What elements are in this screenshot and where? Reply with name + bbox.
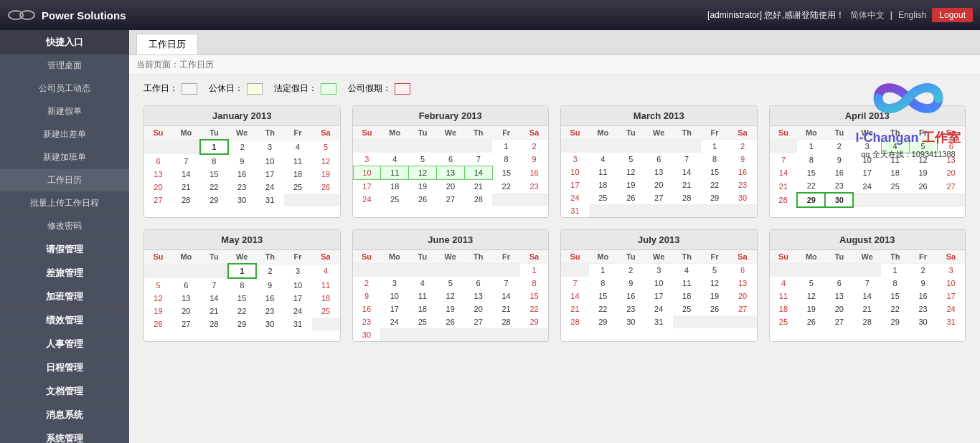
cal-day-1-1-6[interactable]: 9 (520, 153, 548, 166)
cal-day-6-4-6[interactable] (729, 315, 757, 328)
sidebar-item-0[interactable]: 管理桌面 (0, 54, 129, 77)
cal-day-4-4-5[interactable]: 31 (284, 318, 312, 330)
cal-day-1-1-5[interactable]: 8 (492, 153, 520, 166)
cal-day-2-5-5[interactable] (701, 204, 729, 217)
cal-day-7-1-2[interactable]: 6 (825, 277, 853, 290)
cal-day-6-1-2[interactable]: 9 (617, 277, 645, 290)
cal-day-4-0-0[interactable] (144, 264, 172, 278)
cal-day-7-3-0[interactable]: 18 (770, 303, 798, 315)
cal-day-5-5-2[interactable] (408, 328, 436, 341)
sidebar-item-2[interactable]: 新建假单 (0, 100, 129, 123)
cal-day-4-4-2[interactable]: 28 (200, 318, 228, 330)
cal-day-4-3-0[interactable]: 19 (144, 305, 172, 318)
tab-work-calendar[interactable]: 工作日历 (136, 34, 198, 54)
cal-day-6-3-2[interactable]: 23 (617, 303, 645, 315)
cal-day-4-2-0[interactable]: 12 (144, 292, 172, 305)
cal-day-6-2-0[interactable]: 14 (561, 290, 589, 303)
cal-day-0-0-0[interactable] (144, 140, 172, 154)
cal-day-0-4-3[interactable]: 30 (228, 194, 256, 206)
cal-day-7-0-2[interactable] (825, 264, 853, 277)
cal-day-4-0-6[interactable]: 4 (312, 264, 340, 278)
cal-day-7-2-1[interactable]: 12 (797, 290, 825, 303)
cal-day-7-1-3[interactable]: 7 (853, 277, 881, 290)
cal-day-2-1-0[interactable]: 3 (561, 153, 589, 166)
cal-day-7-0-0[interactable] (770, 264, 798, 277)
cal-day-4-1-1[interactable]: 6 (172, 278, 200, 292)
sidebar-item-15[interactable]: 消息系统 (0, 404, 129, 427)
cal-day-6-2-3[interactable]: 17 (645, 290, 673, 303)
cal-day-6-4-1[interactable]: 29 (589, 315, 617, 328)
cal-day-2-0-6[interactable]: 2 (729, 140, 757, 153)
cal-day-1-1-4[interactable]: 7 (464, 153, 492, 166)
cal-day-7-3-6[interactable]: 24 (937, 303, 965, 315)
cal-day-5-1-5[interactable]: 7 (492, 277, 520, 290)
cal-day-0-2-5[interactable]: 18 (284, 168, 312, 181)
cal-day-1-2-1[interactable]: 11 (381, 166, 409, 180)
cal-day-6-4-5[interactable] (701, 315, 729, 328)
cal-day-7-2-4[interactable]: 15 (881, 290, 909, 303)
cal-day-1-2-3[interactable]: 13 (437, 166, 465, 180)
cal-day-1-3-0[interactable]: 17 (353, 180, 381, 194)
cal-day-0-4-0[interactable]: 27 (144, 194, 172, 206)
cal-day-5-3-0[interactable]: 16 (353, 303, 381, 315)
cal-day-6-0-4[interactable]: 4 (673, 264, 701, 277)
cal-day-5-2-1[interactable]: 10 (380, 290, 408, 303)
cal-day-5-0-3[interactable] (436, 264, 464, 277)
cal-day-1-0-1[interactable] (381, 140, 409, 153)
cal-day-1-0-3[interactable] (437, 140, 465, 153)
cal-day-3-2-2[interactable]: 16 (825, 166, 853, 179)
cal-day-2-4-3[interactable]: 27 (645, 191, 673, 204)
cal-day-5-2-3[interactable]: 12 (436, 290, 464, 303)
cal-day-5-4-1[interactable]: 24 (380, 315, 408, 328)
cal-day-7-0-4[interactable]: 1 (881, 264, 909, 277)
cal-day-2-4-1[interactable]: 25 (589, 191, 617, 204)
cal-day-2-4-5[interactable]: 29 (701, 191, 729, 204)
cal-day-4-1-5[interactable]: 10 (284, 278, 312, 292)
sidebar-item-9[interactable]: 差旅管理 (0, 262, 129, 285)
cal-day-5-1-6[interactable]: 8 (520, 277, 548, 290)
cal-day-7-3-5[interactable]: 23 (909, 303, 937, 315)
cal-day-2-3-4[interactable]: 21 (673, 178, 701, 191)
cal-day-3-2-6[interactable]: 20 (937, 166, 965, 179)
cal-day-4-0-1[interactable] (172, 264, 200, 278)
cal-day-5-1-4[interactable]: 6 (464, 277, 492, 290)
cal-day-5-0-1[interactable] (380, 264, 408, 277)
cal-day-4-3-6[interactable]: 25 (312, 305, 340, 318)
lang-en-link[interactable]: English (898, 10, 926, 20)
cal-day-7-2-3[interactable]: 14 (853, 290, 881, 303)
cal-day-5-3-2[interactable]: 18 (408, 303, 436, 315)
cal-day-5-5-6[interactable] (520, 328, 548, 341)
cal-day-5-4-6[interactable]: 29 (520, 315, 548, 328)
cal-day-3-4-2[interactable]: 30 (825, 193, 853, 207)
cal-day-0-1-3[interactable]: 9 (228, 154, 256, 168)
sidebar-item-13[interactable]: 日程管理 (0, 356, 129, 380)
cal-day-2-1-5[interactable]: 8 (701, 153, 729, 166)
cal-day-0-1-5[interactable]: 11 (284, 154, 312, 168)
cal-day-0-3-2[interactable]: 22 (200, 181, 228, 194)
cal-day-3-3-4[interactable]: 25 (881, 179, 909, 193)
cal-day-1-4-3[interactable]: 27 (437, 193, 465, 206)
cal-day-5-1-3[interactable]: 5 (436, 277, 464, 290)
cal-day-3-3-3[interactable]: 24 (853, 179, 881, 193)
cal-day-0-0-5[interactable]: 4 (284, 140, 312, 154)
cal-day-2-3-6[interactable]: 23 (729, 178, 757, 191)
cal-day-4-4-6[interactable] (312, 318, 340, 330)
cal-day-1-4-5[interactable] (492, 193, 520, 206)
cal-day-3-4-5[interactable] (909, 193, 937, 207)
cal-day-4-3-4[interactable]: 23 (256, 305, 284, 318)
cal-day-4-3-3[interactable]: 22 (228, 305, 256, 318)
cal-day-2-5-3[interactable] (645, 204, 673, 217)
cal-day-6-0-3[interactable]: 3 (645, 264, 673, 277)
sidebar-item-10[interactable]: 加班管理 (0, 285, 129, 309)
cal-day-0-1-6[interactable]: 12 (312, 154, 340, 168)
cal-day-0-4-4[interactable]: 31 (256, 194, 284, 206)
cal-day-1-3-4[interactable]: 21 (464, 180, 492, 194)
cal-day-1-3-3[interactable]: 20 (437, 180, 465, 194)
cal-day-2-0-2[interactable] (617, 140, 645, 153)
cal-day-0-2-0[interactable]: 13 (144, 168, 172, 181)
cal-day-4-2-4[interactable]: 16 (256, 292, 284, 305)
cal-day-5-4-4[interactable]: 27 (464, 315, 492, 328)
cal-day-5-4-0[interactable]: 23 (353, 315, 381, 328)
cal-day-2-2-1[interactable]: 11 (589, 166, 617, 178)
cal-day-4-1-2[interactable]: 7 (200, 278, 228, 292)
